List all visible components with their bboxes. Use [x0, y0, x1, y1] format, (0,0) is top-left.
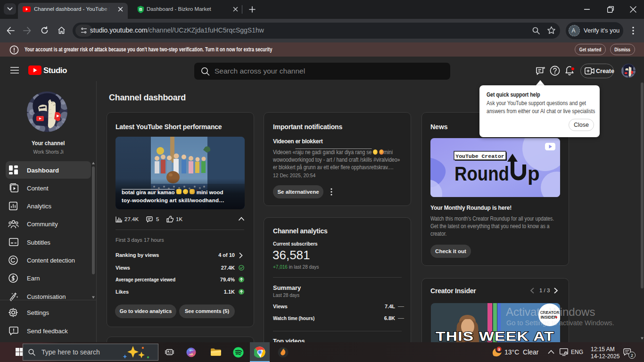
svg-text:THIS WEEK AT: THIS WEEK AT — [436, 329, 554, 344]
svg-text:3: 3 — [498, 347, 500, 352]
svg-text:p: p — [528, 163, 540, 185]
svg-text:Round: Round — [454, 163, 509, 185]
svg-text:B: B — [139, 7, 142, 12]
svg-text:YouTube Creator: YouTube Creator — [455, 153, 504, 159]
